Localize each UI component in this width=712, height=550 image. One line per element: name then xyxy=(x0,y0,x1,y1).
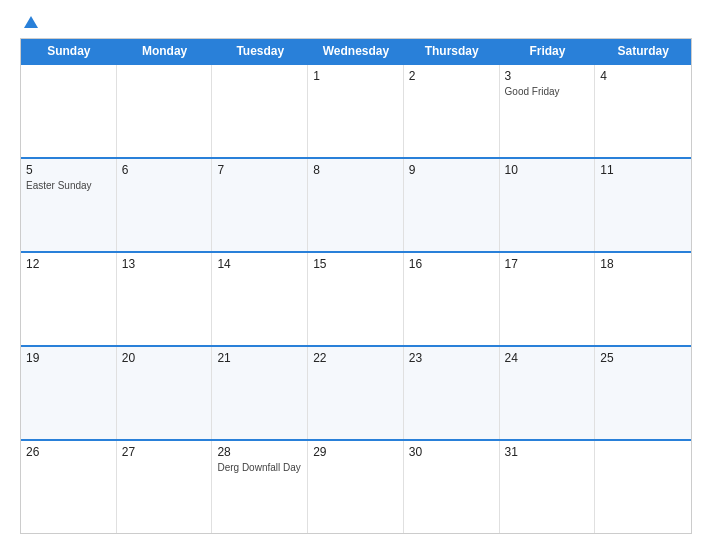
cell-date: 25 xyxy=(600,351,686,365)
calendar-cell xyxy=(21,65,117,157)
calendar-cell: 10 xyxy=(500,159,596,251)
day-sunday: Sunday xyxy=(21,39,117,63)
day-saturday: Saturday xyxy=(595,39,691,63)
page: Sunday Monday Tuesday Wednesday Thursday… xyxy=(0,0,712,550)
cell-date: 17 xyxy=(505,257,590,271)
calendar-cell: 22 xyxy=(308,347,404,439)
cell-event: Good Friday xyxy=(505,86,560,97)
calendar-cell: 16 xyxy=(404,253,500,345)
calendar-cell: 21 xyxy=(212,347,308,439)
cell-date: 20 xyxy=(122,351,207,365)
cell-date: 3 xyxy=(505,69,590,83)
cell-date: 16 xyxy=(409,257,494,271)
calendar-cell: 3Good Friday xyxy=(500,65,596,157)
logo xyxy=(20,16,38,28)
calendar-cell: 27 xyxy=(117,441,213,533)
calendar-cell: 23 xyxy=(404,347,500,439)
calendar-cell xyxy=(117,65,213,157)
calendar-cell: 29 xyxy=(308,441,404,533)
calendar-cell: 17 xyxy=(500,253,596,345)
cell-date: 21 xyxy=(217,351,302,365)
cell-date: 8 xyxy=(313,163,398,177)
cell-date: 6 xyxy=(122,163,207,177)
cell-date: 1 xyxy=(313,69,398,83)
calendar-cell: 12 xyxy=(21,253,117,345)
cell-date: 14 xyxy=(217,257,302,271)
cell-date: 31 xyxy=(505,445,590,459)
calendar-body: 123Good Friday45Easter Sunday67891011121… xyxy=(21,63,691,533)
logo-blue-text xyxy=(20,16,38,28)
cell-date: 19 xyxy=(26,351,111,365)
calendar-cell: 26 xyxy=(21,441,117,533)
calendar-cell: 15 xyxy=(308,253,404,345)
cell-date: 29 xyxy=(313,445,398,459)
cell-date: 18 xyxy=(600,257,686,271)
cell-date: 27 xyxy=(122,445,207,459)
cell-date: 22 xyxy=(313,351,398,365)
calendar-header: Sunday Monday Tuesday Wednesday Thursday… xyxy=(21,39,691,63)
calendar-cell: 13 xyxy=(117,253,213,345)
calendar-cell xyxy=(212,65,308,157)
calendar-cell: 6 xyxy=(117,159,213,251)
calendar-cell: 14 xyxy=(212,253,308,345)
calendar-cell: 1 xyxy=(308,65,404,157)
cell-event: Easter Sunday xyxy=(26,180,92,191)
cell-date: 4 xyxy=(600,69,686,83)
cell-date: 11 xyxy=(600,163,686,177)
cell-date: 13 xyxy=(122,257,207,271)
calendar-row: 123Good Friday4 xyxy=(21,63,691,157)
cell-date: 28 xyxy=(217,445,302,459)
calendar-cell: 19 xyxy=(21,347,117,439)
calendar-cell: 9 xyxy=(404,159,500,251)
calendar-cell xyxy=(595,441,691,533)
calendar-cell: 5Easter Sunday xyxy=(21,159,117,251)
calendar: Sunday Monday Tuesday Wednesday Thursday… xyxy=(20,38,692,534)
header xyxy=(20,16,692,28)
cell-date: 12 xyxy=(26,257,111,271)
cell-date: 23 xyxy=(409,351,494,365)
calendar-cell: 25 xyxy=(595,347,691,439)
calendar-cell: 2 xyxy=(404,65,500,157)
cell-event: Derg Downfall Day xyxy=(217,462,300,473)
cell-date: 24 xyxy=(505,351,590,365)
calendar-row: 262728Derg Downfall Day293031 xyxy=(21,439,691,533)
cell-date: 10 xyxy=(505,163,590,177)
cell-date: 2 xyxy=(409,69,494,83)
cell-date: 9 xyxy=(409,163,494,177)
calendar-cell: 30 xyxy=(404,441,500,533)
calendar-row: 12131415161718 xyxy=(21,251,691,345)
calendar-row: 19202122232425 xyxy=(21,345,691,439)
day-friday: Friday xyxy=(500,39,596,63)
cell-date: 7 xyxy=(217,163,302,177)
calendar-cell: 8 xyxy=(308,159,404,251)
calendar-cell: 31 xyxy=(500,441,596,533)
calendar-cell: 20 xyxy=(117,347,213,439)
day-thursday: Thursday xyxy=(404,39,500,63)
calendar-cell: 4 xyxy=(595,65,691,157)
day-wednesday: Wednesday xyxy=(308,39,404,63)
calendar-cell: 7 xyxy=(212,159,308,251)
day-tuesday: Tuesday xyxy=(212,39,308,63)
cell-date: 26 xyxy=(26,445,111,459)
calendar-cell: 11 xyxy=(595,159,691,251)
calendar-cell: 28Derg Downfall Day xyxy=(212,441,308,533)
cell-date: 5 xyxy=(26,163,111,177)
calendar-cell: 18 xyxy=(595,253,691,345)
calendar-cell: 24 xyxy=(500,347,596,439)
day-monday: Monday xyxy=(117,39,213,63)
cell-date: 30 xyxy=(409,445,494,459)
cell-date: 15 xyxy=(313,257,398,271)
logo-triangle-icon xyxy=(24,16,38,28)
calendar-row: 5Easter Sunday67891011 xyxy=(21,157,691,251)
